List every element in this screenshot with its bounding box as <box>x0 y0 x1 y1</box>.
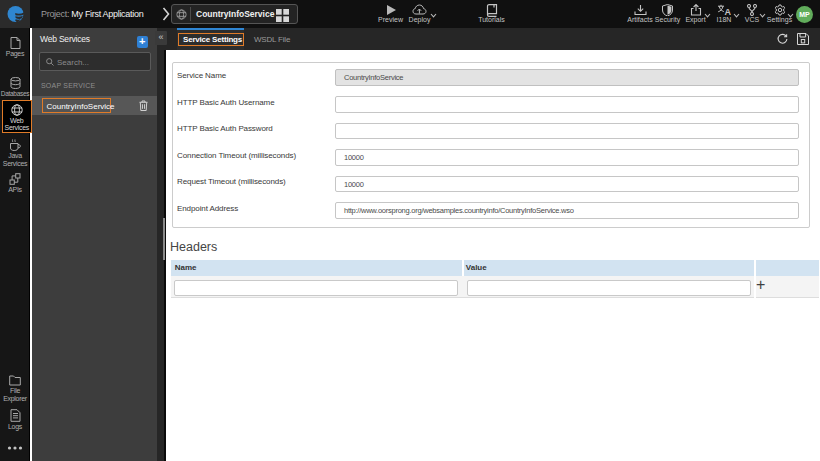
svg-text:A: A <box>725 7 732 16</box>
